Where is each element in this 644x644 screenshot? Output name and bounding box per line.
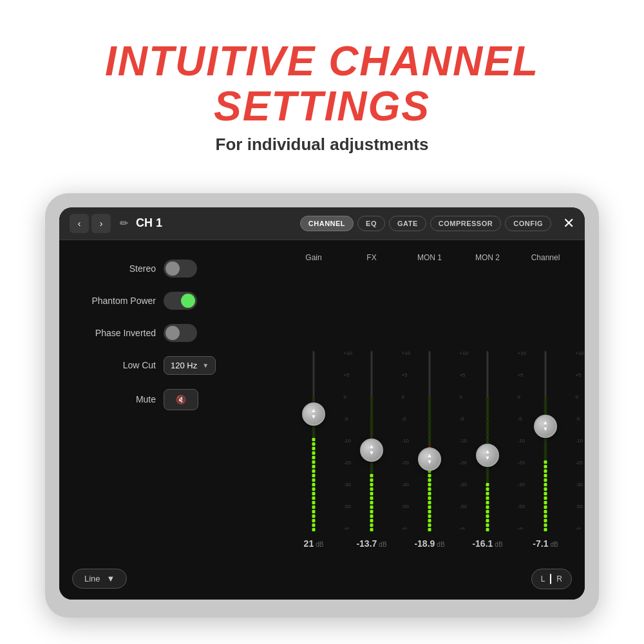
nav-arrows: ‹ › bbox=[70, 214, 111, 233]
edit-icon[interactable]: ✏ bbox=[120, 217, 128, 229]
db-value-1: -13.7 bbox=[356, 538, 377, 549]
fader-labels-row: Gain FX MON 1 MON 2 Channel bbox=[285, 253, 574, 262]
channel-name-label: CH 1 bbox=[136, 216, 294, 230]
dropdown-arrow-icon: ▼ bbox=[202, 362, 209, 369]
db-value-2: -18.9 bbox=[414, 538, 435, 549]
fader-label-mon2: MON 2 bbox=[462, 253, 513, 262]
line-dropdown-arrow-icon: ▼ bbox=[107, 574, 115, 583]
db-value-4: -7.1 bbox=[533, 538, 548, 549]
phantom-control-row: Phantom Power bbox=[72, 292, 272, 310]
subtitle: For individual adjustments bbox=[0, 135, 644, 155]
fader-knob-4[interactable]: ▲▼ bbox=[534, 415, 557, 438]
stereo-control-row: Stereo bbox=[72, 260, 272, 278]
fader-col-1: +10+50-5-10-20-30-50-∞▲▼ bbox=[346, 351, 397, 531]
stereo-label: Stereo bbox=[72, 263, 156, 274]
main-content: Stereo Phantom Power Phase Inverted bbox=[59, 240, 585, 562]
tab-eq[interactable]: EQ bbox=[357, 216, 385, 231]
pan-left-label: L bbox=[541, 574, 545, 583]
db-value-3: -16.1 bbox=[472, 538, 493, 549]
phase-label: Phase Inverted bbox=[72, 328, 156, 338]
tab-compressor[interactable]: COMPRESSOR bbox=[430, 216, 501, 231]
line-label: Line bbox=[84, 574, 100, 583]
db-unit-3: dB bbox=[495, 541, 502, 548]
low-cut-dropdown[interactable]: 120 Hz ▼ bbox=[164, 356, 216, 375]
faders-panel: Gain FX MON 1 MON 2 Channel +10+50-5-10-… bbox=[285, 253, 574, 549]
mute-label: Mute bbox=[72, 394, 156, 404]
main-title: INTUITIVE CHANNEL SETTINGS bbox=[0, 39, 644, 129]
fader-knob-0[interactable]: ▲▼ bbox=[302, 402, 325, 426]
db-col-4: -7.1dB bbox=[520, 538, 571, 549]
close-button[interactable]: ✕ bbox=[563, 215, 574, 232]
phase-control-row: Phase Inverted bbox=[72, 324, 272, 342]
mute-icon: 🔇 bbox=[176, 395, 186, 404]
fader-col-0: +10+50-5-10-20-30-50-∞▲▼ bbox=[288, 351, 339, 531]
fader-label-fx: FX bbox=[346, 253, 397, 262]
fader-knob-2[interactable]: ▲▼ bbox=[418, 448, 441, 471]
mute-control-row: Mute 🔇 bbox=[72, 389, 272, 410]
phantom-toggle[interactable] bbox=[164, 292, 197, 310]
forward-button[interactable]: › bbox=[91, 214, 111, 233]
db-unit-4: dB bbox=[550, 541, 558, 548]
left-panel: Stereo Phantom Power Phase Inverted bbox=[72, 253, 272, 549]
fader-label-channel: Channel bbox=[520, 253, 571, 262]
db-col-0: 21dB bbox=[288, 538, 339, 549]
db-unit-2: dB bbox=[437, 541, 444, 548]
db-col-1: -13.7dB bbox=[346, 538, 397, 549]
fader-label-mon1: MON 1 bbox=[404, 253, 455, 262]
db-value-0: 21 bbox=[304, 538, 314, 549]
fader-col-4: +10+50-5-10-20-30-50-∞▲▼ bbox=[520, 351, 571, 531]
pan-right-label: R bbox=[556, 574, 562, 583]
scale-markings-4: +10+50-5-10-20-30-50-∞ bbox=[575, 351, 584, 531]
line-selector[interactable]: Line ▼ bbox=[72, 569, 127, 589]
fader-knob-1[interactable]: ▲▼ bbox=[360, 439, 383, 462]
phantom-label: Phantom Power bbox=[72, 296, 156, 306]
faders-row: +10+50-5-10-20-30-50-∞▲▼+10+50-5-10-20-3… bbox=[285, 267, 574, 531]
nav-bar: ‹ › ✏ CH 1 CHANNEL EQ GATE COMPRESSOR CO… bbox=[59, 207, 585, 240]
phase-toggle[interactable] bbox=[164, 324, 197, 342]
tab-gate[interactable]: GATE bbox=[389, 216, 426, 231]
device-screen: ‹ › ✏ CH 1 CHANNEL EQ GATE COMPRESSOR CO… bbox=[59, 207, 585, 600]
fader-db-row: 21dB-13.7dB-18.9dB-16.1dB-7.1dB bbox=[285, 538, 574, 549]
led-meter-1 bbox=[370, 397, 374, 531]
db-unit-1: dB bbox=[379, 541, 386, 548]
pan-control[interactable]: L R bbox=[531, 569, 572, 589]
page-header: INTUITIVE CHANNEL SETTINGS For individua… bbox=[0, 39, 644, 155]
low-cut-value: 120 Hz bbox=[171, 361, 197, 370]
low-cut-label: Low Cut bbox=[72, 360, 156, 370]
tab-config[interactable]: CONFIG bbox=[505, 216, 551, 231]
low-cut-control-row: Low Cut 120 Hz ▼ bbox=[72, 356, 272, 375]
tab-group: CHANNEL EQ GATE COMPRESSOR CONFIG bbox=[300, 216, 551, 231]
fader-knob-3[interactable]: ▲▼ bbox=[476, 444, 499, 467]
mute-button[interactable]: 🔇 bbox=[164, 389, 198, 410]
fader-col-3: +10+50-5-10-20-30-50-∞▲▼ bbox=[462, 351, 513, 531]
pan-line bbox=[550, 574, 551, 584]
fader-col-2: +10+50-5-10-20-30-50-∞▲▼ bbox=[404, 351, 455, 531]
fader-label-gain: Gain bbox=[288, 253, 339, 262]
db-unit-0: dB bbox=[316, 541, 323, 548]
device-wrapper: ‹ › ✏ CH 1 CHANNEL EQ GATE COMPRESSOR CO… bbox=[45, 193, 599, 618]
db-col-2: -18.9dB bbox=[404, 538, 455, 549]
bottom-bar: Line ▼ L R bbox=[59, 562, 585, 600]
back-button[interactable]: ‹ bbox=[70, 214, 89, 233]
tab-channel[interactable]: CHANNEL bbox=[300, 216, 354, 231]
stereo-toggle[interactable] bbox=[164, 260, 197, 278]
db-col-3: -16.1dB bbox=[462, 538, 513, 549]
